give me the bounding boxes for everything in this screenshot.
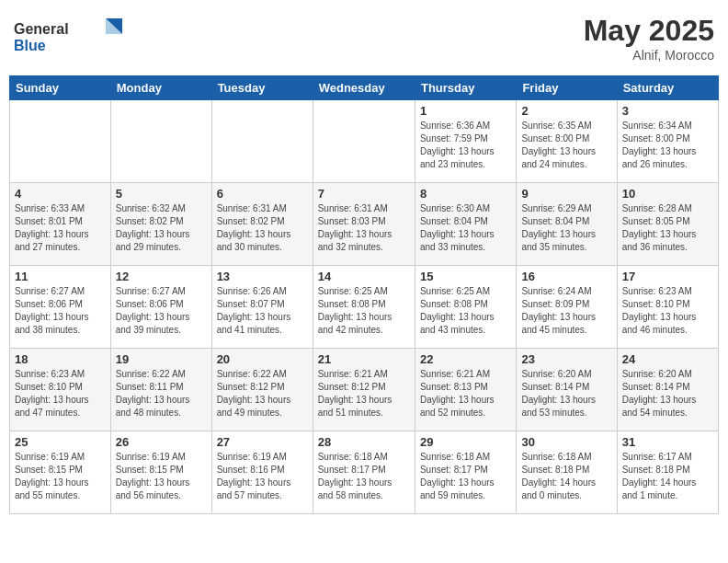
calendar-day-12: 12Sunrise: 6:27 AM Sunset: 8:06 PM Dayli… <box>110 266 211 349</box>
day-number: 21 <box>318 352 410 366</box>
day-info: Sunrise: 6:22 AM Sunset: 8:12 PM Dayligh… <box>217 368 308 419</box>
day-number: 28 <box>318 435 410 449</box>
day-number: 26 <box>116 435 207 449</box>
logo-block: General Blue <box>14 14 133 63</box>
day-info: Sunrise: 6:17 AM Sunset: 8:18 PM Dayligh… <box>622 451 713 502</box>
day-number: 1 <box>420 104 511 118</box>
weekday-header-row: SundayMondayTuesdayWednesdayThursdayFrid… <box>10 76 719 100</box>
calendar-week-row: 11Sunrise: 6:27 AM Sunset: 8:06 PM Dayli… <box>10 266 719 349</box>
day-info: Sunrise: 6:19 AM Sunset: 8:16 PM Dayligh… <box>217 451 308 502</box>
day-number: 20 <box>217 352 308 366</box>
calendar-day-4: 4Sunrise: 6:33 AM Sunset: 8:01 PM Daylig… <box>10 183 111 266</box>
month-year-title: May 2025 <box>584 14 714 48</box>
weekday-header-friday: Friday <box>517 76 617 100</box>
calendar-week-row: 18Sunrise: 6:23 AM Sunset: 8:10 PM Dayli… <box>10 349 719 431</box>
title-block: May 2025 Alnif, Morocco <box>584 14 714 63</box>
day-number: 30 <box>521 435 611 449</box>
calendar-day-3: 3Sunrise: 6:34 AM Sunset: 8:00 PM Daylig… <box>617 100 718 183</box>
calendar-day-11: 11Sunrise: 6:27 AM Sunset: 8:06 PM Dayli… <box>10 266 111 349</box>
calendar-day-17: 17Sunrise: 6:23 AM Sunset: 8:10 PM Dayli… <box>617 266 718 349</box>
calendar-day-9: 9Sunrise: 6:29 AM Sunset: 8:04 PM Daylig… <box>517 183 617 266</box>
calendar-day-10: 10Sunrise: 6:28 AM Sunset: 8:05 PM Dayli… <box>617 183 718 266</box>
day-info: Sunrise: 6:28 AM Sunset: 8:05 PM Dayligh… <box>622 202 713 254</box>
calendar-day-24: 24Sunrise: 6:20 AM Sunset: 8:14 PM Dayli… <box>617 349 718 431</box>
day-info: Sunrise: 6:18 AM Sunset: 8:18 PM Dayligh… <box>521 451 611 502</box>
calendar-day-13: 13Sunrise: 6:26 AM Sunset: 8:07 PM Dayli… <box>211 266 313 349</box>
day-info: Sunrise: 6:35 AM Sunset: 8:00 PM Dayligh… <box>521 120 611 171</box>
calendar-day-14: 14Sunrise: 6:25 AM Sunset: 8:08 PM Dayli… <box>313 266 415 349</box>
day-info: Sunrise: 6:36 AM Sunset: 7:59 PM Dayligh… <box>420 120 511 171</box>
calendar-day-15: 15Sunrise: 6:25 AM Sunset: 8:08 PM Dayli… <box>415 266 516 349</box>
calendar-day-16: 16Sunrise: 6:24 AM Sunset: 8:09 PM Dayli… <box>517 266 617 349</box>
day-info: Sunrise: 6:21 AM Sunset: 8:13 PM Dayligh… <box>420 368 511 419</box>
day-number: 22 <box>420 352 511 366</box>
calendar-day-25: 25Sunrise: 6:19 AM Sunset: 8:15 PM Dayli… <box>10 431 111 514</box>
day-number: 17 <box>622 270 713 283</box>
calendar-week-row: 4Sunrise: 6:33 AM Sunset: 8:01 PM Daylig… <box>10 183 719 266</box>
day-number: 13 <box>217 270 308 283</box>
day-info: Sunrise: 6:34 AM Sunset: 8:00 PM Dayligh… <box>622 120 713 171</box>
calendar-day-22: 22Sunrise: 6:21 AM Sunset: 8:13 PM Dayli… <box>415 349 516 431</box>
calendar-day-30: 30Sunrise: 6:18 AM Sunset: 8:18 PM Dayli… <box>517 431 617 514</box>
calendar-day-8: 8Sunrise: 6:30 AM Sunset: 8:04 PM Daylig… <box>415 183 516 266</box>
day-number: 18 <box>15 352 106 366</box>
day-number: 11 <box>15 270 106 283</box>
day-info: Sunrise: 6:19 AM Sunset: 8:15 PM Dayligh… <box>15 451 106 502</box>
day-info: Sunrise: 6:23 AM Sunset: 8:10 PM Dayligh… <box>15 368 106 419</box>
day-number: 23 <box>521 352 611 366</box>
calendar-day-28: 28Sunrise: 6:18 AM Sunset: 8:17 PM Dayli… <box>313 431 415 514</box>
page-header: General Blue May 2025 Alnif, Morocco <box>9 9 719 68</box>
day-number: 27 <box>217 435 308 449</box>
weekday-header-saturday: Saturday <box>617 76 718 100</box>
day-number: 14 <box>318 270 410 283</box>
day-info: Sunrise: 6:31 AM Sunset: 8:02 PM Dayligh… <box>217 202 308 254</box>
calendar-day-29: 29Sunrise: 6:18 AM Sunset: 8:17 PM Dayli… <box>415 431 516 514</box>
calendar-day-23: 23Sunrise: 6:20 AM Sunset: 8:14 PM Dayli… <box>517 349 617 431</box>
day-number: 7 <box>318 187 410 201</box>
calendar-day-1: 1Sunrise: 6:36 AM Sunset: 7:59 PM Daylig… <box>415 100 516 183</box>
day-info: Sunrise: 6:31 AM Sunset: 8:03 PM Dayligh… <box>318 202 410 254</box>
calendar-day-19: 19Sunrise: 6:22 AM Sunset: 8:11 PM Dayli… <box>110 349 211 431</box>
day-info: Sunrise: 6:20 AM Sunset: 8:14 PM Dayligh… <box>622 368 713 419</box>
weekday-header-wednesday: Wednesday <box>313 76 415 100</box>
calendar-week-row: 25Sunrise: 6:19 AM Sunset: 8:15 PM Dayli… <box>10 431 719 514</box>
calendar-day-empty <box>10 100 111 183</box>
day-number: 9 <box>521 187 611 201</box>
day-number: 25 <box>15 435 106 449</box>
day-number: 3 <box>622 104 713 118</box>
day-number: 10 <box>622 187 713 201</box>
day-number: 8 <box>420 187 511 201</box>
day-info: Sunrise: 6:32 AM Sunset: 8:02 PM Dayligh… <box>116 202 207 254</box>
calendar-day-26: 26Sunrise: 6:19 AM Sunset: 8:15 PM Dayli… <box>110 431 211 514</box>
day-info: Sunrise: 6:23 AM Sunset: 8:10 PM Dayligh… <box>622 285 713 337</box>
day-number: 16 <box>521 270 611 283</box>
weekday-header-tuesday: Tuesday <box>211 76 313 100</box>
day-number: 19 <box>116 352 207 366</box>
day-info: Sunrise: 6:25 AM Sunset: 8:08 PM Dayligh… <box>318 285 410 337</box>
day-info: Sunrise: 6:22 AM Sunset: 8:11 PM Dayligh… <box>116 368 207 419</box>
calendar-day-empty <box>110 100 211 183</box>
day-info: Sunrise: 6:24 AM Sunset: 8:09 PM Dayligh… <box>521 285 611 337</box>
calendar-day-20: 20Sunrise: 6:22 AM Sunset: 8:12 PM Dayli… <box>211 349 313 431</box>
day-number: 24 <box>622 352 713 366</box>
day-number: 12 <box>116 270 207 283</box>
day-info: Sunrise: 6:30 AM Sunset: 8:04 PM Dayligh… <box>420 202 511 254</box>
calendar-day-18: 18Sunrise: 6:23 AM Sunset: 8:10 PM Dayli… <box>10 349 111 431</box>
day-info: Sunrise: 6:26 AM Sunset: 8:07 PM Dayligh… <box>217 285 308 337</box>
day-info: Sunrise: 6:20 AM Sunset: 8:14 PM Dayligh… <box>521 368 611 419</box>
calendar-day-empty <box>313 100 415 183</box>
calendar-week-row: 1Sunrise: 6:36 AM Sunset: 7:59 PM Daylig… <box>10 100 719 183</box>
calendar-day-5: 5Sunrise: 6:32 AM Sunset: 8:02 PM Daylig… <box>110 183 211 266</box>
weekday-header-monday: Monday <box>110 76 211 100</box>
day-number: 2 <box>521 104 611 118</box>
svg-text:General: General <box>14 21 69 37</box>
day-number: 15 <box>420 270 511 283</box>
calendar-table: SundayMondayTuesdayWednesdayThursdayFrid… <box>9 75 719 514</box>
location-subtitle: Alnif, Morocco <box>584 48 714 63</box>
day-number: 31 <box>622 435 713 449</box>
day-info: Sunrise: 6:33 AM Sunset: 8:01 PM Dayligh… <box>15 202 106 254</box>
weekday-header-sunday: Sunday <box>10 76 111 100</box>
calendar-day-31: 31Sunrise: 6:17 AM Sunset: 8:18 PM Dayli… <box>617 431 718 514</box>
day-info: Sunrise: 6:18 AM Sunset: 8:17 PM Dayligh… <box>420 451 511 502</box>
calendar-day-21: 21Sunrise: 6:21 AM Sunset: 8:12 PM Dayli… <box>313 349 415 431</box>
